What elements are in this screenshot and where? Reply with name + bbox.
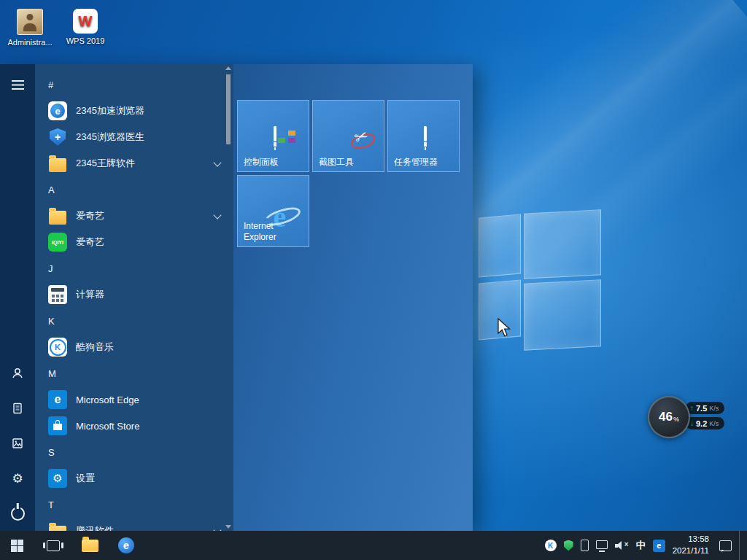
browser-e-glyph: e [50, 104, 65, 118]
taskbar: e K × 中 e 13:58 [0, 531, 747, 560]
network-speed-widget[interactable]: ↑ 7.5 K/s ↓ 9.2 K/s 46 % [648, 396, 741, 438]
tray-kugou-icon[interactable]: K [545, 540, 557, 551]
tile-snipping-tool[interactable]: ✂ 截图工具 [312, 100, 384, 172]
system-tray: K × 中 e 13:58 2021/1/11 [545, 531, 747, 560]
upload-arrow-icon: ↑ [690, 404, 694, 412]
windows-logo-icon [11, 540, 23, 552]
start-menu-tiles-pane: 控制面板 ✂ 截图工具 任务管理器 e Internet Explorer [233, 64, 473, 531]
taskbar-left: e [0, 531, 143, 560]
chevron-down-icon[interactable] [213, 211, 221, 219]
windows-logo-pane [479, 279, 521, 340]
download-arrow-icon: ↓ [690, 419, 694, 427]
user-folder-icon [17, 9, 43, 35]
app-item-microsoft-store[interactable]: Microsoft Store [35, 413, 233, 439]
tile-grid: 控制面板 ✂ 截图工具 任务管理器 e Internet Explorer [237, 100, 460, 247]
file-explorer-button[interactable] [73, 531, 107, 560]
app-item-2345-browser[interactable]: e 2345加速浏览器 [35, 98, 233, 124]
screen: Administra... W WPS 2019 [0, 0, 747, 560]
section-header-m[interactable]: M [35, 360, 233, 386]
pictures-button[interactable] [0, 429, 35, 458]
section-letter: S [48, 447, 55, 458]
iqiyi-glyph: iQIYI [52, 240, 63, 245]
section-header-t[interactable]: T [35, 491, 233, 518]
desktop-icon-label: Administra... [4, 38, 56, 47]
section-header-hash[interactable]: # [35, 71, 233, 98]
start-menu-rail: ⚙ [0, 64, 35, 531]
section-letter: M [48, 368, 56, 379]
download-unit: K/s [709, 420, 719, 427]
gear-icon: ⚙ [12, 472, 23, 485]
tile-task-manager[interactable]: 任务管理器 [387, 100, 460, 172]
settings-gear-icon: ⚙ [48, 469, 67, 488]
download-speed: ↓ 9.2 K/s [686, 417, 724, 429]
section-header-s[interactable]: S [35, 439, 233, 465]
start-button[interactable] [0, 531, 34, 560]
app-label: 酷狗音乐 [76, 341, 114, 354]
action-center-button[interactable] [716, 540, 732, 551]
app-item-2345-browser-doctor[interactable]: + 2345浏览器医生 [35, 124, 233, 150]
show-desktop-button[interactable] [739, 531, 743, 560]
app-item-calculator[interactable]: 计算器 [35, 281, 233, 308]
browser-icon: e [118, 537, 134, 553]
phone-icon [581, 540, 589, 551]
chevron-down-icon[interactable] [213, 526, 221, 531]
app-item-tencent[interactable]: 腾讯软件 [35, 518, 233, 531]
tray-app-icon[interactable]: e [653, 540, 665, 552]
percent-sign: % [673, 416, 679, 423]
tray-volume-muted-icon[interactable]: × [615, 540, 629, 551]
app-item-iqiyi[interactable]: iQIYI 爱奇艺 [35, 229, 233, 255]
section-header-k[interactable]: K [35, 308, 233, 334]
ethernet-icon [596, 540, 608, 549]
tray-ime-indicator[interactable]: 中 [636, 539, 646, 552]
app-item-kugou[interactable]: K 酷狗音乐 [35, 334, 233, 360]
section-header-j[interactable]: J [35, 255, 233, 281]
app-item-iqiyi-folder[interactable]: 爱奇艺 [35, 203, 233, 229]
control-panel-icon [274, 126, 276, 141]
2345-browser-icon: e [48, 101, 67, 120]
memory-percent-ball[interactable]: 46 % [648, 396, 690, 438]
documents-button[interactable] [0, 394, 35, 423]
folder-shape [49, 211, 66, 225]
tile-control-panel[interactable]: 控制面板 [237, 100, 309, 172]
tile-internet-explorer[interactable]: e Internet Explorer [237, 175, 309, 247]
tray-network-icon[interactable] [596, 542, 608, 549]
scrollbar-thumb[interactable] [226, 74, 231, 144]
scroll-down-icon[interactable] [225, 525, 231, 529]
app-list-scrollbar[interactable] [225, 64, 232, 531]
section-letter: T [48, 499, 54, 510]
power-button[interactable] [0, 499, 35, 528]
app-label: 爱奇艺 [76, 236, 104, 249]
tile-label: 截图工具 [319, 157, 379, 168]
tray-security-shield-icon[interactable] [564, 540, 573, 551]
start-menu-app-list: # e 2345加速浏览器 + 2345浏览器医生 2345王牌软件 A [35, 64, 233, 531]
expand-menu-button[interactable] [0, 70, 35, 99]
mute-cross-glyph: × [624, 541, 629, 548]
task-view-button[interactable] [36, 531, 70, 560]
user-icon [11, 367, 24, 380]
app-item-microsoft-edge[interactable]: e Microsoft Edge [35, 386, 233, 413]
app-item-settings[interactable]: ⚙ 设置 [35, 465, 233, 491]
app-item-2345-software[interactable]: 2345王牌软件 [35, 150, 233, 176]
user-account-button[interactable] [0, 359, 35, 388]
browser-button[interactable]: e [109, 531, 143, 560]
iqiyi-icon: iQIYI [48, 233, 67, 252]
kugou-k-glyph: K [50, 339, 66, 356]
wps-icon: W [73, 9, 98, 34]
chevron-down-icon[interactable] [213, 158, 221, 166]
pictures-icon [11, 437, 24, 450]
taskbar-clock[interactable]: 13:58 2021/1/11 [673, 534, 709, 556]
desktop-icon-wps-2019[interactable]: W WPS 2019 [59, 9, 112, 46]
desktop-icon-label: WPS 2019 [59, 36, 112, 46]
tile-label: Internet Explorer [244, 221, 304, 243]
store-icon [48, 416, 67, 435]
shield-doctor-icon: + [48, 128, 67, 147]
section-letter: A [48, 184, 55, 195]
section-header-a[interactable]: A [35, 176, 233, 203]
document-icon [11, 402, 24, 415]
desktop-icon-administrator[interactable]: Administra... [4, 9, 56, 47]
tray-device-icon[interactable] [581, 540, 589, 551]
settings-button[interactable]: ⚙ [0, 464, 35, 493]
scroll-up-icon[interactable] [225, 66, 231, 70]
clock-date: 2021/1/11 [673, 545, 709, 557]
task-manager-icon [424, 126, 427, 141]
